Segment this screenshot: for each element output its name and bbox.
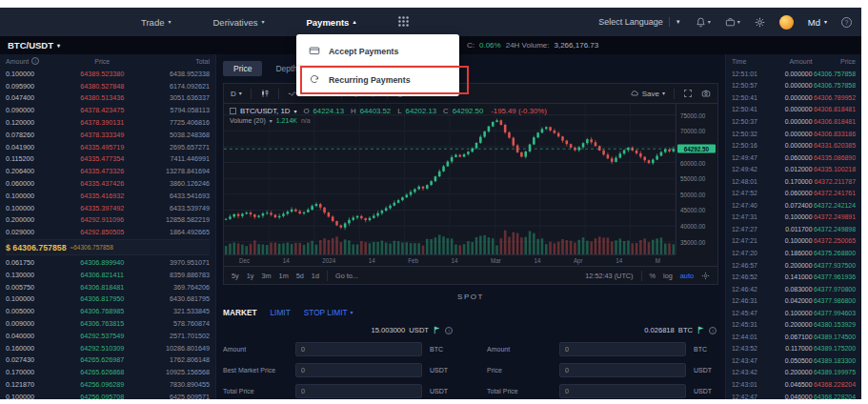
nav-payments[interactable]: Payments ▴	[307, 17, 356, 28]
tab-limit[interactable]: LIMIT	[271, 308, 291, 317]
orderbook-ask-row[interactable]: 0.12000064378.3901317725.406816	[6, 116, 210, 129]
orderbook-bid-row[interactable]: 0.10000064256.0957086425.609571	[6, 391, 210, 399]
snapshot-button[interactable]	[701, 89, 711, 98]
trade-row[interactable]: 12:43:470.05050064389.183300	[732, 354, 856, 367]
range-button-1d[interactable]: 1d	[312, 272, 319, 280]
chart-settings-icon[interactable]	[701, 272, 710, 280]
info-icon[interactable]: i	[31, 57, 39, 65]
log-scale-button[interactable]: log	[663, 272, 673, 280]
trade-row[interactable]: 12:46:520.14100064377.961936	[732, 271, 856, 283]
tab-market[interactable]: MARKET	[223, 308, 257, 317]
trade-row[interactable]: 12:42:470.04600064368.228204	[732, 391, 856, 399]
orderbook-ask-row[interactable]: 0.10000064335.3974926433.539749	[6, 202, 210, 214]
trade-row[interactable]: 12:47:210.10000064372.250065	[732, 235, 856, 248]
chart-x-axis[interactable]: Dec14202414Feb14Mar14Apr14M	[224, 254, 676, 266]
help-button[interactable]: ?	[841, 17, 852, 28]
range-button-1y[interactable]: 1y	[247, 272, 254, 280]
trade-row[interactable]: 12:47:200.18600064375.268800	[732, 247, 856, 259]
flag-icon[interactable]	[696, 326, 705, 334]
orderbook-ask-row[interactable]: 0.04740064380.5134363051.636337	[6, 92, 210, 105]
interval-button[interactable]: D ▾	[231, 90, 242, 98]
orderbook-bid-row[interactable]: 0.00900064306.763815578.760874	[6, 317, 210, 330]
trade-row[interactable]: 12:45:470.10000064377.994603	[732, 307, 856, 319]
trade-row[interactable]: 12:50:320.00000064306.833186	[732, 128, 856, 140]
goto-button[interactable]: Go to...	[335, 272, 358, 280]
trade-row[interactable]: 12:49:470.06000064335.086890	[732, 152, 856, 164]
orderbook-ask-row[interactable]: 0.11520064335.4773547411.446991	[6, 153, 210, 166]
orderbook-bid-row[interactable]: 0.00575064306.818481369.764206	[6, 281, 210, 293]
orderbook-ask-row[interactable]: 0.02900064292.8505051864.492665	[6, 226, 210, 238]
trade-row[interactable]: 12:44:010.06710064389.174500	[732, 331, 856, 343]
orderbook-ask-row[interactable]: 0.20640064335.47332613278.841694	[6, 165, 210, 177]
orderbook-bid-row[interactable]: 0.12187064256.0962897830.890455	[6, 378, 210, 391]
notifications-button[interactable]: ▾	[696, 17, 711, 28]
buy-total-input[interactable]	[295, 384, 422, 398]
trade-row[interactable]: 12:48:010.17000064372.211787	[732, 175, 856, 188]
info-icon[interactable]: i	[445, 327, 453, 334]
chart-price-axis[interactable]: 64292.50 75000.0070000.0065000.0060000.0…	[676, 104, 717, 254]
auto-scale-button[interactable]: auto	[680, 272, 694, 280]
trade-row[interactable]: 12:43:010.04650064368.228204	[732, 378, 856, 391]
orderbook-bid-row[interactable]: 0.02743064265.6269871762.806148	[6, 354, 210, 367]
orderbook-ask-row[interactable]: 0.09590064380.5278486174.092621	[6, 80, 210, 92]
nav-trade[interactable]: Trade ▾	[141, 17, 171, 28]
orderbook-bid-row[interactable]: 0.17000064265.62686810925.156568	[6, 366, 210, 378]
menu-recurring-payments[interactable]: Recurring Payments	[296, 66, 459, 93]
trade-row[interactable]: 12:50:410.00000064306.789952	[732, 91, 856, 104]
orderbook-ask-row[interactable]: 0.10000064335.4169326433.541693	[6, 190, 210, 202]
settings-button[interactable]	[755, 17, 765, 28]
orderbook-bid-row[interactable]: 0.00500064306.768985321.533845	[6, 305, 210, 317]
sell-amount-input[interactable]	[559, 342, 686, 356]
apps-grid-button[interactable]	[397, 15, 410, 30]
buy-amount-input[interactable]	[295, 342, 422, 356]
chart-canvas[interactable]	[224, 104, 676, 254]
volume-legend-label[interactable]: Volume (20)	[230, 117, 266, 124]
trade-row[interactable]: 12:43:520.11700064389.175200	[732, 343, 856, 355]
range-button-5d[interactable]: 5d	[296, 272, 304, 280]
range-button-3m[interactable]: 3m	[261, 272, 271, 280]
trade-row[interactable]: 12:51:010.00000064306.757858	[732, 68, 856, 80]
buy-price-input[interactable]	[295, 363, 422, 377]
menu-accept-payments[interactable]: Accept Payments	[296, 37, 459, 65]
trade-row[interactable]: 12:50:160.00000064331.620385	[732, 139, 856, 152]
sell-total-input[interactable]	[559, 384, 686, 398]
percent-scale-button[interactable]: %	[650, 272, 656, 280]
trade-row[interactable]: 12:47:520.06000064372.241761	[732, 187, 856, 199]
orderbook-ask-row[interactable]: 0.06000064335.4374263860.126246	[6, 177, 210, 190]
last-price-row[interactable]: $ 64306.757858 ≈64306.757858	[6, 239, 210, 255]
trade-row[interactable]: 12:46:570.20000064377.937500	[732, 259, 856, 272]
tab-price[interactable]: Price	[223, 61, 262, 76]
sell-price-input[interactable]	[559, 363, 686, 377]
nav-derivatives[interactable]: Derivatives ▾	[212, 17, 264, 28]
fullscreen-button[interactable]	[683, 89, 693, 98]
trade-row[interactable]: 12:46:310.04200064377.986800	[732, 294, 856, 307]
trade-row[interactable]: 12:46:420.08300064377.970800	[732, 283, 856, 295]
trade-row[interactable]: 12:47:310.10000064372.249891	[732, 212, 856, 224]
language-selector[interactable]: Select Language ▼	[598, 17, 681, 27]
info-icon[interactable]: i	[709, 327, 717, 334]
tab-stop-limit[interactable]: STOP LIMIT ▾	[304, 308, 353, 317]
orderbook-ask-row[interactable]: 0.20000064292.91109612858.582219	[6, 214, 210, 227]
flag-icon[interactable]	[433, 326, 441, 334]
portfolio-button[interactable]: ▾	[725, 17, 740, 28]
orderbook-bid-row[interactable]: 0.04000064292.5375492571.701502	[6, 330, 210, 342]
trade-row[interactable]: 12:49:420.01200064335.100218	[732, 163, 856, 175]
orderbook-ask-row[interactable]: 0.04190064335.4957192695.657271	[6, 141, 210, 153]
range-button-1m[interactable]: 1m	[279, 272, 289, 280]
trade-row[interactable]: 12:47:270.01170064372.249898	[732, 223, 856, 235]
orderbook-bid-row[interactable]: 0.13000064306.8214118359.886783	[6, 269, 210, 281]
save-button[interactable]: Save ▾	[630, 89, 665, 98]
user-menu[interactable]: Md ▾	[808, 17, 827, 28]
trade-row[interactable]: 12:50:370.00000064306.818481	[732, 115, 856, 128]
trade-row[interactable]: 12:45:310.20000064380.153929	[732, 318, 856, 331]
pair-selector[interactable]: BTC/USDT ▾	[8, 40, 60, 50]
chart-type-button[interactable]	[260, 89, 270, 98]
chart-clock[interactable]: 12:52:43 (UTC)	[585, 272, 633, 280]
range-button-5y[interactable]: 5y	[232, 272, 239, 280]
trade-row[interactable]: 12:50:410.00000064306.818481	[732, 104, 856, 116]
orderbook-bid-row[interactable]: 0.16000064292.51030910286.801649	[6, 342, 210, 354]
legend-symbol[interactable]: BTC/USDT, 1D	[240, 107, 290, 115]
orderbook-bid-row[interactable]: 0.06175064306.8999403970.951071	[6, 256, 210, 269]
trade-row[interactable]: 12:43:420.20000064389.199975	[732, 367, 856, 379]
orderbook-bid-row[interactable]: 0.10000064306.8179506430.681795	[6, 293, 210, 306]
